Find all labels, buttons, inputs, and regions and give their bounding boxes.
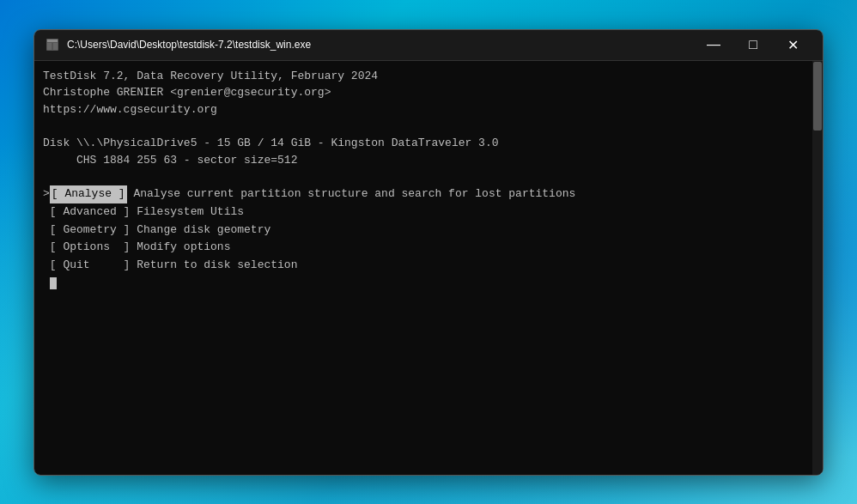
minimize-button[interactable]: — bbox=[694, 31, 733, 58]
menu-desc-advanced: Filesystem Utils bbox=[137, 203, 244, 222]
spacer-6 bbox=[43, 413, 802, 430]
spacer-9 bbox=[43, 465, 802, 475]
terminal-area: TestDisk 7.2, Data Recovery Utility, Feb… bbox=[34, 61, 823, 475]
spacer-4 bbox=[43, 379, 802, 396]
window-icon bbox=[45, 37, 60, 52]
menu-item-geometry[interactable]: [ Geometry ] Change disk geometry bbox=[43, 222, 802, 240]
svg-rect-2 bbox=[47, 43, 52, 50]
menu-key-analyse: [ Analyse ] bbox=[50, 185, 127, 203]
terminal-cursor bbox=[50, 277, 57, 289]
header-line-3: https://www.cgsecurity.org bbox=[43, 101, 802, 118]
menu-item-analyse[interactable]: >[ Analyse ] Analyse current partition s… bbox=[43, 185, 802, 203]
menu-desc-geometry: Change disk geometry bbox=[137, 222, 270, 240]
scrollbar-thumb[interactable] bbox=[813, 62, 822, 131]
menu-desc-options: Modify options bbox=[137, 239, 230, 257]
menu-spacer-quit: [ Quit ] bbox=[43, 257, 137, 275]
menu-item-options[interactable]: [ Options ] Modify options bbox=[43, 239, 802, 257]
menu-item-quit[interactable]: [ Quit ] Return to disk selection bbox=[43, 257, 802, 275]
svg-rect-3 bbox=[53, 43, 58, 50]
app-window: C:\Users\David\Desktop\testdisk-7.2\test… bbox=[33, 29, 824, 476]
spacer-3 bbox=[43, 293, 802, 379]
cursor-prompt bbox=[43, 275, 50, 293]
svg-rect-1 bbox=[47, 39, 58, 42]
title-bar: C:\Users\David\Desktop\testdisk-7.2\test… bbox=[34, 30, 823, 61]
scrollbar[interactable] bbox=[812, 61, 823, 475]
window-title: C:\Users\David\Desktop\testdisk-7.2\test… bbox=[67, 39, 694, 51]
menu-spacer-advanced: [ Advanced ] bbox=[43, 203, 137, 222]
terminal-content: TestDisk 7.2, Data Recovery Utility, Feb… bbox=[43, 68, 814, 475]
header-line-2: Christophe GRENIER <grenier@cgsecurity.o… bbox=[43, 84, 802, 101]
spacer-1 bbox=[43, 118, 802, 135]
menu-spacer-geometry: [ Geometry ] bbox=[43, 222, 137, 240]
disk-line-2: CHS 1884 255 63 - sector size=512 bbox=[43, 152, 802, 169]
cursor-line bbox=[43, 275, 802, 293]
header-line-1: TestDisk 7.2, Data Recovery Utility, Feb… bbox=[43, 68, 802, 85]
menu-selector-analyse: > bbox=[43, 185, 50, 203]
disk-line-1: Disk \\.\PhysicalDrive5 - 15 GB / 14 GiB… bbox=[43, 135, 802, 152]
menu-desc-quit: Return to disk selection bbox=[137, 257, 297, 275]
spacer-5 bbox=[43, 396, 802, 413]
menu-spacer-options: [ Options ] bbox=[43, 239, 137, 257]
spacer-7 bbox=[43, 430, 802, 447]
menu-item-advanced[interactable]: [ Advanced ] Filesystem Utils bbox=[43, 203, 802, 222]
maximize-button[interactable]: □ bbox=[733, 31, 773, 58]
spacer-2 bbox=[43, 168, 802, 185]
close-button[interactable]: ✕ bbox=[773, 31, 812, 58]
window-controls: — □ ✕ bbox=[694, 31, 812, 58]
menu-desc-analyse: Analyse current partition structure and … bbox=[127, 185, 576, 203]
spacer-8 bbox=[43, 447, 802, 465]
